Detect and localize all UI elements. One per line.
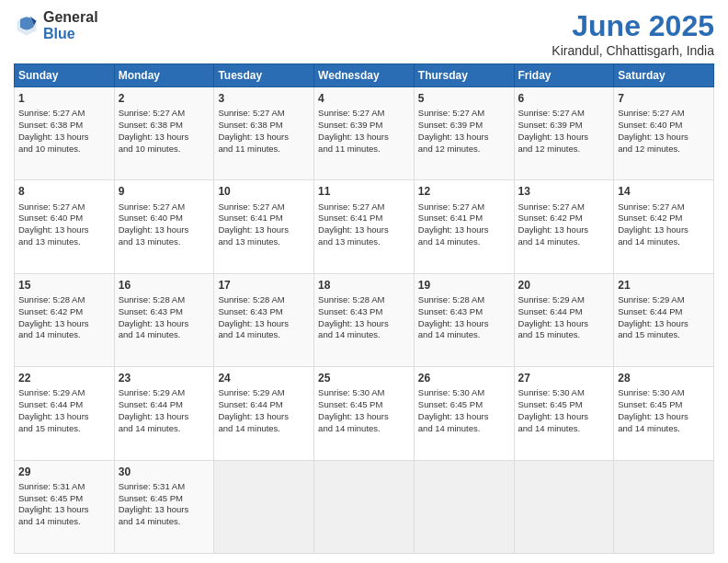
table-row: 23Sunrise: 5:29 AMSunset: 6:44 PMDayligh…	[114, 367, 214, 460]
day-number: 7	[618, 91, 710, 106]
title-area: June 2025 Kirandul, Chhattisgarh, India	[552, 9, 714, 58]
daylight-hours-text: Daylight: 13 hours	[18, 411, 89, 421]
table-row	[214, 460, 314, 553]
day-number: 11	[318, 184, 410, 199]
calendar-week-row: 15Sunrise: 5:28 AMSunset: 6:42 PMDayligh…	[15, 273, 714, 366]
sunset-text: Sunset: 6:40 PM	[119, 213, 183, 223]
table-row: 12Sunrise: 5:27 AMSunset: 6:41 PMDayligh…	[414, 180, 514, 273]
daylight-minutes-text: and 14 minutes.	[119, 329, 181, 339]
daylight-hours-text: Daylight: 13 hours	[618, 318, 688, 328]
daylight-minutes-text: and 14 minutes.	[318, 329, 381, 339]
sunrise-text: Sunrise: 5:27 AM	[418, 108, 484, 118]
sunset-text: Sunset: 6:44 PM	[18, 399, 83, 409]
daylight-minutes-text: and 13 minutes.	[218, 236, 280, 247]
daylight-minutes-text: and 10 minutes.	[119, 144, 181, 154]
daylight-minutes-text: and 12 minutes.	[618, 144, 680, 154]
day-number: 19	[418, 278, 510, 293]
daylight-minutes-text: and 14 minutes.	[218, 329, 280, 339]
daylight-hours-text: Daylight: 13 hours	[218, 132, 289, 142]
sunrise-text: Sunrise: 5:31 AM	[119, 481, 185, 491]
calendar-week-row: 1Sunrise: 5:27 AMSunset: 6:38 PMDaylight…	[15, 87, 714, 180]
daylight-hours-text: Daylight: 13 hours	[318, 411, 389, 421]
daylight-minutes-text: and 11 minutes.	[318, 144, 381, 154]
sunset-text: Sunset: 6:45 PM	[119, 493, 183, 503]
table-row: 1Sunrise: 5:27 AMSunset: 6:38 PMDaylight…	[15, 87, 115, 180]
sunrise-text: Sunrise: 5:28 AM	[218, 294, 284, 304]
calendar-header-row: Sunday Monday Tuesday Wednesday Thursday…	[15, 64, 714, 87]
daylight-minutes-text: and 14 minutes.	[318, 423, 381, 433]
sunset-text: Sunset: 6:45 PM	[18, 493, 83, 503]
day-number: 17	[218, 278, 310, 293]
daylight-hours-text: Daylight: 13 hours	[119, 132, 189, 142]
sunset-text: Sunset: 6:44 PM	[119, 399, 183, 409]
sunset-text: Sunset: 6:45 PM	[418, 399, 483, 409]
daylight-minutes-text: and 15 minutes.	[18, 423, 81, 433]
table-row	[614, 460, 714, 553]
table-row: 15Sunrise: 5:28 AMSunset: 6:42 PMDayligh…	[15, 273, 115, 366]
daylight-minutes-text: and 14 minutes.	[418, 329, 481, 339]
day-number: 29	[18, 465, 110, 479]
day-number: 9	[119, 184, 210, 199]
daylight-minutes-text: and 14 minutes.	[618, 423, 680, 433]
daylight-hours-text: Daylight: 13 hours	[119, 504, 189, 514]
table-row: 29Sunrise: 5:31 AMSunset: 6:45 PMDayligh…	[15, 460, 115, 553]
sunset-text: Sunset: 6:41 PM	[418, 213, 483, 223]
sunset-text: Sunset: 6:45 PM	[518, 399, 583, 409]
table-row: 27Sunrise: 5:30 AMSunset: 6:45 PMDayligh…	[514, 367, 614, 460]
sunrise-text: Sunrise: 5:27 AM	[18, 108, 85, 118]
table-row: 5Sunrise: 5:27 AMSunset: 6:39 PMDaylight…	[414, 87, 514, 180]
sunrise-text: Sunrise: 5:28 AM	[18, 294, 85, 304]
sunrise-text: Sunrise: 5:29 AM	[618, 294, 684, 304]
sunrise-text: Sunrise: 5:27 AM	[518, 201, 585, 212]
day-number: 26	[418, 371, 510, 385]
day-number: 16	[119, 278, 210, 293]
daylight-hours-text: Daylight: 13 hours	[119, 411, 189, 421]
table-row: 10Sunrise: 5:27 AMSunset: 6:41 PMDayligh…	[214, 180, 314, 273]
daylight-minutes-text: and 15 minutes.	[518, 329, 581, 339]
daylight-minutes-text: and 14 minutes.	[518, 423, 581, 433]
daylight-minutes-text: and 14 minutes.	[518, 236, 581, 247]
day-number: 4	[318, 91, 410, 106]
sunrise-text: Sunrise: 5:28 AM	[418, 294, 484, 304]
sunrise-text: Sunrise: 5:27 AM	[218, 201, 284, 212]
day-number: 30	[119, 465, 210, 479]
sunrise-text: Sunrise: 5:30 AM	[418, 387, 484, 397]
table-row: 6Sunrise: 5:27 AMSunset: 6:39 PMDaylight…	[514, 87, 614, 180]
day-number: 27	[518, 371, 610, 385]
header: General Blue June 2025 Kirandul, Chhatti…	[14, 9, 714, 58]
daylight-hours-text: Daylight: 13 hours	[418, 411, 489, 421]
sunrise-text: Sunrise: 5:30 AM	[518, 387, 585, 397]
sunset-text: Sunset: 6:40 PM	[18, 213, 83, 223]
daylight-minutes-text: and 13 minutes.	[18, 236, 81, 247]
table-row: 17Sunrise: 5:28 AMSunset: 6:43 PMDayligh…	[214, 273, 314, 366]
daylight-minutes-text: and 14 minutes.	[418, 236, 481, 247]
sunset-text: Sunset: 6:43 PM	[218, 306, 282, 316]
daylight-minutes-text: and 14 minutes.	[18, 329, 81, 339]
day-number: 12	[418, 184, 510, 199]
day-number: 24	[218, 371, 310, 385]
table-row: 22Sunrise: 5:29 AMSunset: 6:44 PMDayligh…	[15, 367, 115, 460]
sunset-text: Sunset: 6:42 PM	[18, 306, 83, 316]
day-number: 5	[418, 91, 510, 106]
sunset-text: Sunset: 6:38 PM	[119, 120, 183, 130]
sunrise-text: Sunrise: 5:31 AM	[18, 481, 85, 491]
table-row	[314, 460, 415, 553]
sunrise-text: Sunrise: 5:29 AM	[119, 387, 185, 397]
day-number: 14	[618, 184, 710, 199]
daylight-minutes-text: and 14 minutes.	[418, 423, 481, 433]
day-number: 3	[218, 91, 310, 106]
table-row: 28Sunrise: 5:30 AMSunset: 6:45 PMDayligh…	[614, 367, 714, 460]
sunrise-text: Sunrise: 5:27 AM	[218, 108, 284, 118]
sunset-text: Sunset: 6:39 PM	[318, 120, 382, 130]
table-row: 18Sunrise: 5:28 AMSunset: 6:43 PMDayligh…	[314, 273, 415, 366]
logo-blue-text: Blue	[43, 26, 98, 42]
table-row: 16Sunrise: 5:28 AMSunset: 6:43 PMDayligh…	[114, 273, 214, 366]
table-row: 20Sunrise: 5:29 AMSunset: 6:44 PMDayligh…	[514, 273, 614, 366]
sunrise-text: Sunrise: 5:27 AM	[119, 108, 185, 118]
sunset-text: Sunset: 6:39 PM	[418, 120, 483, 130]
calendar-week-row: 29Sunrise: 5:31 AMSunset: 6:45 PMDayligh…	[15, 460, 714, 553]
daylight-hours-text: Daylight: 13 hours	[218, 411, 289, 421]
day-number: 22	[18, 371, 110, 385]
sunset-text: Sunset: 6:44 PM	[618, 306, 682, 316]
logo: General Blue	[14, 9, 98, 41]
